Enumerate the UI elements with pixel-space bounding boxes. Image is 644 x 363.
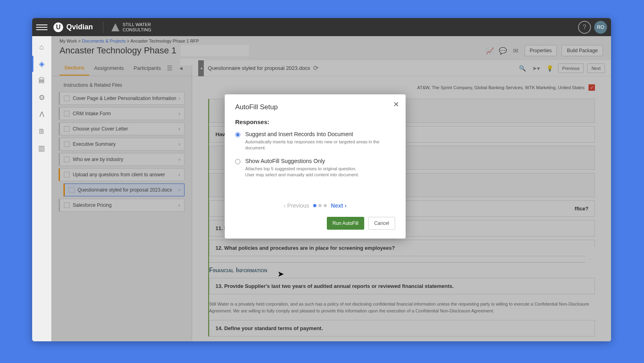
- layers-icon[interactable]: ◈: [37, 59, 47, 69]
- brand-name: Qvidian: [66, 23, 93, 31]
- left-rail: ⌂ ◈ 🏛 ⚙ ᐱ 🗎 ▥: [32, 36, 51, 341]
- option-title: Show AutoFill Suggestions Only: [245, 158, 359, 164]
- company-logo: STILL WATER CONSULTING: [111, 22, 151, 32]
- step-dot[interactable]: [324, 204, 327, 207]
- radio-suggest[interactable]: [235, 159, 240, 164]
- option-desc: Attaches top 5 suggested responses to or…: [245, 166, 359, 172]
- top-bar: U Qvidian STILL WATER CONSULTING ? RO: [32, 18, 611, 36]
- option-desc: User may select and manually add content…: [245, 172, 359, 178]
- brand-logo-icon: U: [53, 22, 63, 32]
- close-icon[interactable]: ✕: [393, 100, 399, 109]
- radio-insert[interactable]: [235, 132, 240, 137]
- company-line1: STILL WATER: [123, 22, 151, 27]
- run-autofill-button[interactable]: Run AutoFill: [327, 217, 364, 230]
- user-avatar[interactable]: RO: [594, 21, 607, 34]
- compass-icon[interactable]: ᐱ: [37, 110, 47, 119]
- stepper-next[interactable]: Next ›: [331, 202, 347, 209]
- chart-icon[interactable]: ▥: [37, 143, 47, 153]
- radio-option-suggest[interactable]: Show AutoFill Suggestions Only Attaches …: [235, 158, 395, 178]
- cancel-button[interactable]: Cancel: [368, 217, 395, 230]
- document-icon[interactable]: 🗎: [37, 126, 47, 136]
- radio-option-insert[interactable]: Suggest and Insert Records Into Document…: [235, 131, 395, 151]
- option-title: Suggest and Insert Records Into Document: [245, 131, 395, 137]
- modal-title: AutoFill Setup: [235, 103, 395, 111]
- modal-subtitle: Responses:: [235, 118, 395, 125]
- autofill-modal: ✕ AutoFill Setup Responses: Suggest and …: [225, 94, 406, 239]
- home-icon[interactable]: ⌂: [37, 42, 47, 52]
- stepper-prev: ‹ Previous: [284, 202, 309, 209]
- help-icon[interactable]: ?: [578, 21, 591, 34]
- company-line2: CONSULTING: [123, 27, 151, 32]
- divider: [103, 21, 103, 33]
- step-dot[interactable]: [313, 204, 316, 207]
- app-window: U Qvidian STILL WATER CONSULTING ? RO ⌂ …: [32, 18, 611, 341]
- modal-stepper: ‹ Previous Next ›: [235, 202, 395, 209]
- sail-icon: [111, 23, 119, 31]
- library-icon[interactable]: 🏛: [37, 76, 47, 86]
- menu-icon[interactable]: [36, 22, 47, 33]
- step-dot[interactable]: [318, 204, 322, 207]
- settings-icon[interactable]: ⚙: [37, 93, 47, 102]
- option-desc: Automatically inserts top responses into…: [245, 139, 395, 151]
- modal-overlay: ✕ AutoFill Setup Responses: Suggest and …: [51, 36, 611, 341]
